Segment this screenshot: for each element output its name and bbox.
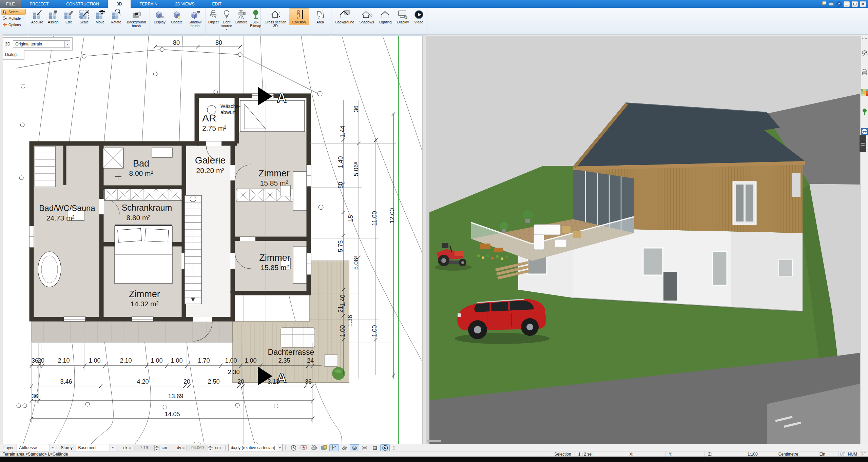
svg-text:13.69: 13.69 xyxy=(168,393,183,400)
svg-text:5.75: 5.75 xyxy=(337,240,344,252)
play-icon xyxy=(414,9,424,20)
update-shadow-button[interactable]: Update xyxy=(168,8,186,25)
svg-text:12.00: 12.00 xyxy=(389,208,396,223)
floorplan-drawing: A A Bad 8.00 m² Bad/WC/Sauna 24.73 m² Sc… xyxy=(3,36,422,444)
chevron-down-icon[interactable] xyxy=(277,444,282,451)
textures-button[interactable] xyxy=(319,444,329,451)
svg-text:1.00: 1.00 xyxy=(339,325,346,337)
layer-select[interactable]: Abfluesse xyxy=(17,444,55,451)
edit-icon xyxy=(63,9,74,20)
dy-spinner[interactable] xyxy=(208,445,213,451)
chevron-down-icon[interactable] xyxy=(64,41,70,47)
ribbon-group-select: Select Multiple Options Select xyxy=(0,8,28,40)
background-brush-button[interactable]: Background brush xyxy=(124,8,149,29)
display-shadow-button[interactable]: Display xyxy=(151,8,168,25)
grid-toggle[interactable] xyxy=(370,444,380,451)
shadows-setting-button[interactable]: Shadows xyxy=(357,8,376,25)
svg-text:1.00: 1.00 xyxy=(171,357,182,364)
upper-window-2 xyxy=(792,173,801,197)
video-button[interactable]: Video xyxy=(411,8,426,25)
tab-3d[interactable]: 3D xyxy=(108,0,131,8)
flag-num: NUM xyxy=(847,451,859,457)
scale-indicator[interactable]: 1:100 xyxy=(744,451,775,457)
cross-section-button[interactable]: Cross section 3D xyxy=(262,8,289,29)
coord-x: X: xyxy=(626,451,665,457)
svg-text:1.36: 1.36 xyxy=(347,315,353,327)
view3d-pane[interactable] xyxy=(426,36,860,444)
tab-edit[interactable]: EDIT xyxy=(203,0,230,8)
solid-toggle[interactable] xyxy=(350,444,359,451)
ribbon: Select Multiple Options Select Acquire xyxy=(0,8,868,35)
shadow-brush-button[interactable]: Shadow brush xyxy=(186,8,205,29)
assign-icon xyxy=(48,9,58,20)
acquire-icon xyxy=(32,9,42,20)
tab-project[interactable]: PROJECT xyxy=(21,0,57,8)
tab-2d-views[interactable]: 2D VIEWS xyxy=(166,0,203,8)
edit-button[interactable]: Edit xyxy=(61,8,76,25)
svg-text:1.00: 1.00 xyxy=(225,357,237,364)
terrace-table xyxy=(555,239,566,247)
materials-icon[interactable] xyxy=(861,89,868,96)
layers-sheets-button[interactable] xyxy=(360,444,369,451)
options-button[interactable]: Options xyxy=(1,22,26,27)
splitter-handle[interactable] xyxy=(860,135,866,152)
roads-button[interactable] xyxy=(340,444,349,451)
dx-spinner[interactable] xyxy=(155,445,159,451)
unit-indicator[interactable]: Centimetre xyxy=(775,451,816,457)
remote-control-icon[interactable] xyxy=(861,128,868,135)
chevron-down-icon[interactable] xyxy=(50,444,55,451)
terrain-layers-icon[interactable] xyxy=(861,49,868,57)
mode-indicator[interactable]: Ein xyxy=(816,451,838,457)
multiple-button[interactable]: Multiple xyxy=(1,15,26,21)
restore-button[interactable] xyxy=(852,1,858,7)
tab-construction[interactable]: CONSTRUCTION xyxy=(57,0,108,8)
dx-field[interactable]: 7.19 xyxy=(133,445,159,451)
background-setting-button[interactable]: Background xyxy=(332,8,357,25)
chevron-down-icon[interactable] xyxy=(110,444,115,451)
rotate-button[interactable]: Rotate xyxy=(108,8,124,25)
svg-text:2.10: 2.10 xyxy=(58,357,70,364)
display-setting-button[interactable]: Display xyxy=(395,8,412,25)
move-button[interactable]: Move xyxy=(92,8,108,25)
chair-icon xyxy=(209,9,218,20)
select-button[interactable]: Select xyxy=(1,9,26,15)
collision-button[interactable]: Collision xyxy=(289,8,309,25)
north-toggle[interactable]: N xyxy=(380,444,390,451)
house-background-icon xyxy=(339,9,351,20)
flag-toggle[interactable] xyxy=(329,444,339,451)
floorplan-pane[interactable]: A A Bad 8.00 m² Bad/WC/Sauna 24.73 m² Sc… xyxy=(3,36,422,444)
screen-star-button[interactable] xyxy=(299,444,308,451)
minimize-button[interactable] xyxy=(844,1,850,7)
bitmap3d-button[interactable]: 3D-Bitmap xyxy=(249,8,263,29)
furniture-icon[interactable] xyxy=(861,69,868,76)
plants-icon[interactable] xyxy=(861,108,868,116)
tab-file[interactable]: FILE xyxy=(0,0,21,8)
tab-terrain[interactable]: TERRAIN xyxy=(131,0,166,8)
storey-label: Storey: xyxy=(61,445,74,450)
toolbar-grip[interactable] xyxy=(862,38,867,41)
ribbon-group-material: Acquire Assign Edit Scale Move Rotate xyxy=(28,8,150,40)
terrain-select[interactable]: Original terrain xyxy=(13,40,70,48)
record-camera-button[interactable] xyxy=(309,444,319,451)
acquire-button[interactable]: Acquire xyxy=(29,8,45,25)
assign-button[interactable]: Assign xyxy=(45,8,61,25)
scale-button[interactable]: Scale xyxy=(76,8,92,25)
history-button[interactable] xyxy=(289,444,298,451)
lighting-setting-button[interactable]: Lighting xyxy=(376,8,395,25)
coord-mode-select[interactable]: dx,dy (relative cartesian) xyxy=(228,444,283,451)
library-icon[interactable] xyxy=(821,1,827,7)
storey-select[interactable]: Basement xyxy=(76,444,115,451)
svg-text:20: 20 xyxy=(38,357,44,364)
horizontal-scrollbar[interactable] xyxy=(427,440,441,442)
dy-field[interactable]: 94.069 xyxy=(187,445,213,451)
camera-button[interactable]: Camera xyxy=(233,8,249,25)
area-button[interactable]: ? Area xyxy=(311,8,329,25)
svg-text:1.00: 1.00 xyxy=(89,357,100,364)
help-icon[interactable]: ? xyxy=(836,1,842,7)
svg-text:1.00: 1.00 xyxy=(245,357,256,364)
archive-icon[interactable] xyxy=(829,1,834,7)
toolbar-overflow-handle[interactable] xyxy=(393,446,394,450)
object-button[interactable]: Object xyxy=(207,8,220,25)
light-source-button[interactable]: Light source xyxy=(220,8,233,32)
close-button[interactable] xyxy=(860,1,866,7)
